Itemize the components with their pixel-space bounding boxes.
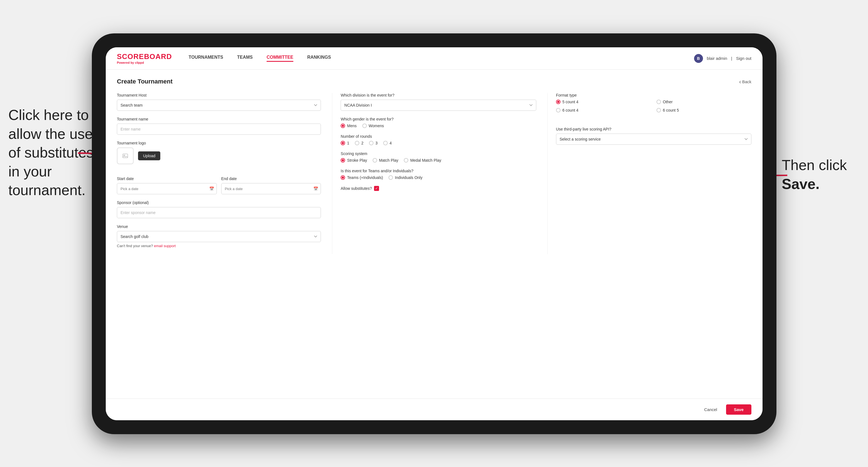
scoring-label: Scoring system	[341, 151, 536, 156]
division-label: Which division is the event for?	[341, 93, 536, 97]
gender-womens-radio[interactable]	[362, 124, 367, 128]
form-col-3: Format type 5 count 4 Other	[548, 93, 751, 254]
page-content: Create Tournament Back Tournament Host S…	[106, 69, 763, 399]
event-type-teams-label: Teams (+Individuals)	[347, 175, 383, 180]
event-type-radio-group: Teams (+Individuals) Individuals Only	[341, 175, 536, 180]
substitutes-checkbox[interactable]: ✓	[374, 186, 379, 191]
date-row: Start date 📅 End date 📅	[117, 177, 321, 194]
back-button[interactable]: Back	[739, 79, 751, 85]
scoring-medal-label: Medal Match Play	[410, 158, 441, 162]
format-other-label: Other	[663, 100, 673, 104]
navbar: SCOREBOARD Powered by clippd TOURNAMENTS…	[106, 47, 763, 69]
nav-committee[interactable]: COMMITTEE	[267, 55, 293, 62]
event-type-individuals-radio[interactable]	[389, 175, 393, 180]
sponsor-input[interactable]	[117, 207, 321, 218]
page-header: Create Tournament Back	[117, 78, 751, 85]
rounds-1-radio[interactable]	[341, 141, 345, 145]
tournament-name-input[interactable]	[117, 124, 321, 135]
end-date-input[interactable]	[221, 183, 321, 194]
format-6count4-radio[interactable]	[556, 108, 560, 113]
scoring-service-select[interactable]: Select a scoring service	[556, 133, 751, 145]
division-select[interactable]: NCAA Division I	[341, 100, 536, 111]
format-5count4-radio[interactable]	[556, 100, 560, 104]
gender-radio-group: Mens Womens	[341, 124, 536, 128]
venue-email-link[interactable]: email support	[154, 244, 176, 248]
gender-group: Which gender is the event for? Mens Wome…	[341, 117, 536, 128]
rounds-2[interactable]: 2	[355, 141, 364, 145]
event-type-individuals-label: Individuals Only	[395, 175, 423, 180]
cancel-button[interactable]: Cancel	[700, 405, 722, 414]
start-date-input[interactable]	[117, 183, 217, 194]
sponsor-group: Sponsor (optional)	[117, 200, 321, 218]
rounds-2-radio[interactable]	[355, 141, 359, 145]
scoring-match-label: Match Play	[379, 158, 398, 162]
division-group: Which division is the event for? NCAA Di…	[341, 93, 536, 111]
rounds-1[interactable]: 1	[341, 141, 349, 145]
venue-select[interactable]: Search golf club	[117, 231, 321, 242]
logo-placeholder	[117, 148, 133, 164]
format-5count4[interactable]: 5 count 4	[556, 100, 651, 104]
logo-powered: Powered by clippd	[117, 61, 172, 64]
rounds-4[interactable]: 4	[383, 141, 392, 145]
format-6count4-label: 6 count 4	[562, 108, 579, 113]
annotation-right: Then click Save.	[782, 156, 860, 193]
gender-mens-radio[interactable]	[341, 124, 345, 128]
scoring-stroke[interactable]: Stroke Play	[341, 158, 367, 162]
logo-upload-area: Upload	[117, 148, 321, 164]
rounds-3-radio[interactable]	[369, 141, 373, 145]
format-other-radio[interactable]	[656, 100, 661, 104]
rounds-3-label: 3	[375, 141, 378, 145]
save-button[interactable]: Save	[726, 404, 751, 415]
rounds-4-label: 4	[390, 141, 392, 145]
event-type-teams-radio[interactable]	[341, 175, 345, 180]
tournament-name-label: Tournament name	[117, 117, 321, 121]
nav-links: TOURNAMENTS TEAMS COMMITTEE RANKINGS	[189, 55, 694, 62]
format-6count5-label: 6 count 5	[663, 108, 679, 113]
event-type-teams[interactable]: Teams (+Individuals)	[341, 175, 383, 180]
format-6count5-radio[interactable]	[656, 108, 661, 113]
upload-button[interactable]: Upload	[138, 151, 160, 160]
user-name: blair admin	[707, 56, 727, 61]
scoring-medal-radio[interactable]	[404, 158, 408, 162]
rounds-4-radio[interactable]	[383, 141, 388, 145]
event-type-individuals[interactable]: Individuals Only	[389, 175, 423, 180]
rounds-2-label: 2	[361, 141, 364, 145]
format-other[interactable]: Other	[656, 100, 751, 104]
start-date-icon: 📅	[209, 186, 214, 191]
gender-womens[interactable]: Womens	[362, 124, 384, 128]
format-label: Format type	[556, 93, 751, 97]
gender-mens-label: Mens	[347, 124, 356, 128]
scoring-match-radio[interactable]	[373, 158, 377, 162]
rounds-3[interactable]: 3	[369, 141, 378, 145]
form-col-1: Tournament Host Search team Tournament n…	[117, 93, 321, 254]
nav-tournaments[interactable]: TOURNAMENTS	[189, 55, 223, 62]
gender-label: Which gender is the event for?	[341, 117, 536, 121]
substitutes-wrap: Allow substitutes? ✓	[341, 186, 536, 191]
format-6count5[interactable]: 6 count 5	[656, 108, 751, 113]
tablet-screen: SCOREBOARD Powered by clippd TOURNAMENTS…	[106, 47, 763, 420]
scoring-medal[interactable]: Medal Match Play	[404, 158, 441, 162]
format-group: Format type 5 count 4 Other	[556, 93, 751, 113]
tournament-logo-group: Tournament logo Upload	[117, 141, 321, 170]
nav-teams[interactable]: TEAMS	[237, 55, 253, 62]
scoring-stroke-label: Stroke Play	[347, 158, 367, 162]
rounds-1-label: 1	[347, 141, 349, 145]
tournament-host-group: Tournament Host Search team	[117, 93, 321, 111]
tablet-frame: SCOREBOARD Powered by clippd TOURNAMENTS…	[92, 33, 776, 434]
rounds-group: Number of rounds 1 2	[341, 134, 536, 145]
rounds-radio-group: 1 2 3 4	[341, 141, 536, 145]
scoring-group: Scoring system Stroke Play Match Play	[341, 151, 536, 162]
sign-out-link[interactable]: Sign out	[736, 56, 751, 61]
scoring-api-group: Use third-party live scoring API? Select…	[556, 127, 751, 145]
venue-group: Venue Search golf club Can't find your v…	[117, 224, 321, 248]
gender-mens[interactable]: Mens	[341, 124, 356, 128]
scoring-radio-group: Stroke Play Match Play Medal Match Play	[341, 158, 536, 162]
scoring-api-label: Use third-party live scoring API?	[556, 127, 751, 131]
scoring-stroke-radio[interactable]	[341, 158, 345, 162]
start-date-label: Start date	[117, 177, 217, 181]
format-6count4[interactable]: 6 count 4	[556, 108, 651, 113]
scoring-match[interactable]: Match Play	[373, 158, 398, 162]
nav-rankings[interactable]: RANKINGS	[307, 55, 331, 62]
tournament-host-select[interactable]: Search team	[117, 100, 321, 111]
format-5count4-label: 5 count 4	[562, 100, 579, 104]
